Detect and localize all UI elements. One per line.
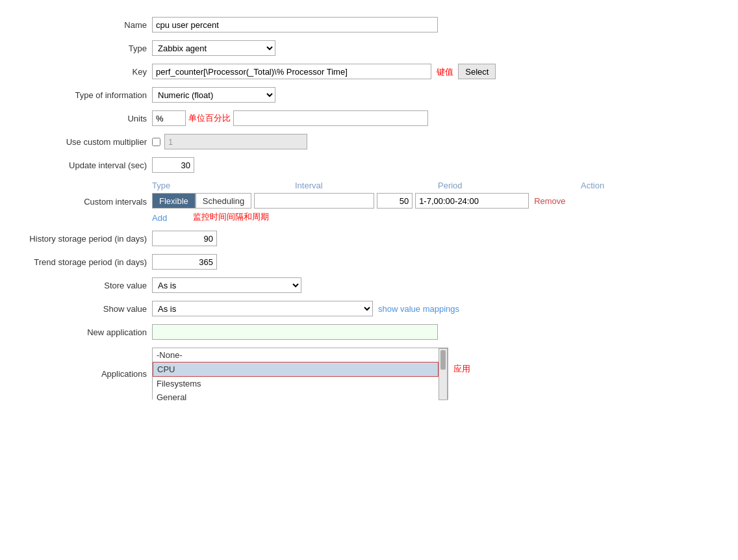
interval-text-input[interactable]	[254, 193, 374, 209]
name-row: Name	[6, 13, 725, 36]
name-label: Name	[6, 13, 149, 36]
new-application-field	[149, 320, 725, 344]
type-row: Type Zabbix agent	[6, 36, 725, 60]
custom-intervals-row: Custom intervals Type Interval Period Ac…	[6, 177, 725, 227]
col-interval-header: Interval	[295, 181, 438, 190]
applications-list[interactable]: -None- CPU Filesystems General	[153, 348, 439, 400]
store-value-label: Store value	[6, 274, 149, 297]
store-value-select[interactable]: As is	[152, 277, 301, 293]
multiplier-container	[152, 134, 722, 149]
name-field	[149, 13, 725, 36]
scrollbar[interactable]	[439, 348, 448, 400]
name-input[interactable]	[152, 17, 438, 32]
units-label: Units	[6, 107, 149, 130]
scrollbar-thumb	[440, 350, 446, 370]
page-wrapper: Name Type Zabbix agent Key 键值	[0, 0, 738, 560]
units-row: Units 单位百分比	[6, 107, 725, 130]
col-action-header: Action	[581, 181, 604, 190]
history-input[interactable]	[152, 231, 217, 246]
update-interval-field	[149, 153, 725, 177]
type-select[interactable]: Zabbix agent	[152, 40, 275, 56]
history-label: History storage period (in days)	[6, 227, 149, 250]
show-value-container: As is show value mappings	[152, 301, 722, 316]
trend-input[interactable]	[152, 254, 217, 270]
multiplier-input[interactable]	[164, 134, 307, 149]
trend-label: Trend storage period (in days)	[6, 250, 149, 274]
update-interval-label: Update interval (sec)	[6, 153, 149, 177]
history-row: History storage period (in days)	[6, 227, 725, 250]
add-link[interactable]: Add	[152, 213, 167, 223]
scheduling-button[interactable]: Scheduling	[196, 193, 251, 209]
key-label: Key	[6, 60, 149, 83]
type-label: Type	[6, 36, 149, 60]
key-annotation: 键值	[437, 67, 453, 77]
store-value-row: Store value As is	[6, 274, 725, 297]
key-field: 键值 Select	[149, 60, 725, 83]
col-period-header: Period	[438, 181, 581, 190]
form-table: Name Type Zabbix agent Key 键值	[6, 13, 725, 403]
period-input[interactable]	[415, 193, 529, 209]
type-info-row: Type of information Numeric (float)	[6, 83, 725, 107]
intervals-header: Type Interval Period Action	[152, 181, 722, 190]
app-item-cpu[interactable]: CPU	[153, 362, 439, 377]
type-info-label: Type of information	[6, 83, 149, 107]
multiplier-row: Use custom multiplier	[6, 130, 725, 153]
app-item-none[interactable]: -None-	[153, 348, 439, 362]
trend-field	[149, 250, 725, 274]
new-application-input[interactable]	[152, 324, 438, 340]
multiplier-field	[149, 130, 725, 153]
type-info-field: Numeric (float)	[149, 83, 725, 107]
app-annotation: 应用	[453, 363, 470, 375]
type-info-select[interactable]: Numeric (float)	[152, 87, 275, 103]
col-type-header: Type	[152, 181, 295, 190]
applications-row: Applications -None- CPU Filesystems Gene…	[6, 344, 725, 403]
units-short-input[interactable]	[152, 110, 186, 126]
custom-intervals-field: Type Interval Period Action Flexible Sch…	[149, 177, 725, 227]
type-field: Zabbix agent	[149, 36, 725, 60]
flexible-button[interactable]: Flexible	[152, 193, 196, 209]
applications-label: Applications	[6, 344, 149, 403]
intervals-data-row: Flexible Scheduling Remove	[152, 193, 722, 209]
history-field	[149, 227, 725, 250]
trend-row: Trend storage period (in days)	[6, 250, 725, 274]
show-value-row: Show value As is show value mappings	[6, 297, 725, 320]
show-value-select[interactable]: As is	[152, 301, 373, 316]
app-item-general[interactable]: General	[153, 390, 439, 400]
applications-container: -None- CPU Filesystems General 应用	[152, 348, 722, 400]
update-interval-row: Update interval (sec)	[6, 153, 725, 177]
store-value-field: As is	[149, 274, 725, 297]
units-long-input[interactable]	[233, 110, 428, 126]
custom-intervals-container: Type Interval Period Action Flexible Sch…	[152, 181, 722, 223]
intervals-add-row: Add 监控时间间隔和周期	[152, 211, 722, 223]
multiplier-checkbox[interactable]	[152, 138, 160, 146]
app-item-filesystems[interactable]: Filesystems	[153, 377, 439, 390]
remove-link[interactable]: Remove	[534, 196, 565, 206]
key-row: Key 键值 Select	[6, 60, 725, 83]
new-application-label: New application	[6, 320, 149, 344]
new-application-row: New application	[6, 320, 725, 344]
interval-num-input[interactable]	[377, 193, 413, 209]
units-annotation: 单位百分比	[188, 112, 231, 124]
show-value-field: As is show value mappings	[149, 297, 725, 320]
custom-intervals-label: Custom intervals	[6, 177, 149, 227]
show-value-label: Show value	[6, 297, 149, 320]
update-interval-input[interactable]	[152, 157, 194, 173]
units-container: 单位百分比	[152, 110, 722, 126]
key-input[interactable]	[152, 64, 431, 79]
select-button[interactable]: Select	[458, 64, 496, 79]
value-mappings-link[interactable]: show value mappings	[378, 304, 459, 314]
units-field: 单位百分比	[149, 107, 725, 130]
applications-field: -None- CPU Filesystems General 应用	[149, 344, 725, 403]
multiplier-label: Use custom multiplier	[6, 130, 149, 153]
monitoring-annotation: 监控时间间隔和周期	[193, 211, 269, 223]
flexible-scheduling-toggle: Flexible Scheduling	[152, 193, 251, 209]
